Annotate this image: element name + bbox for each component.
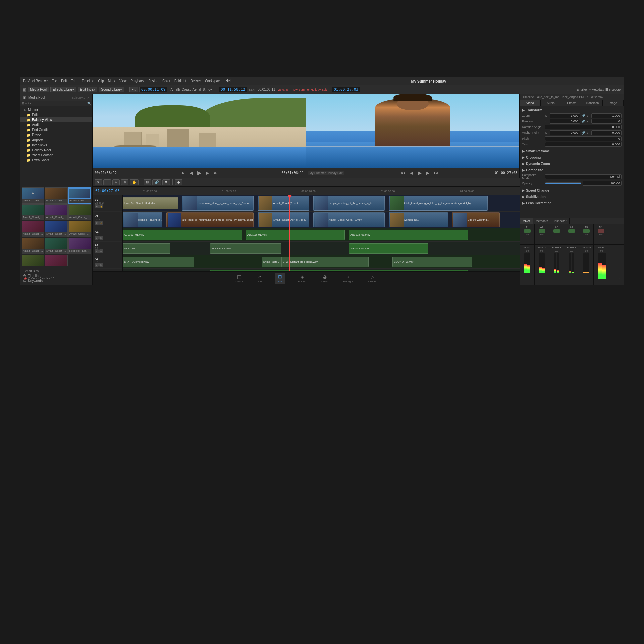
- grid-view-btn[interactable]: ⊞: [22, 102, 24, 105]
- menu-clip[interactable]: Clip: [98, 79, 104, 83]
- lens-correction-header[interactable]: ▶ Lens Correction: [522, 201, 622, 205]
- pos-x-value[interactable]: 0.000: [550, 119, 580, 124]
- dynamic-zoom-header[interactable]: ▶ Dynamic Zoom: [522, 162, 622, 166]
- tree-master[interactable]: ▶ Master: [20, 107, 92, 112]
- source-skip-back-btn[interactable]: ⏮: [179, 170, 186, 176]
- zoom-x-value[interactable]: 1.000: [550, 113, 580, 118]
- clip-ab0102-2[interactable]: AB0102_01.mov: [246, 230, 345, 240]
- prog-next-btn[interactable]: ▶: [425, 170, 431, 176]
- thumb-10[interactable]: Amalfi_Coast_T...: [22, 238, 44, 254]
- clip-amalfi-v2[interactable]: Amalfi_Coast_To ent...: [258, 196, 309, 210]
- clip-people-beach[interactable]: people_running_at_the_beach_in_b...: [313, 196, 385, 210]
- cropping-header[interactable]: ▶ Cropping: [522, 156, 622, 159]
- source-play-btn[interactable]: ▶: [196, 169, 203, 177]
- clip-forest[interactable]: thick_forest_along_a_lake_by_the_mountai…: [389, 196, 488, 210]
- stabilization-header[interactable]: ▶ Stabilization: [522, 195, 622, 199]
- thumb-12[interactable]: Redblock_Land...: [68, 238, 91, 254]
- clip-clip04[interactable]: Clip-04-wexr.trig...: [452, 212, 500, 227]
- clip-lower3rd[interactable]: lower 3rd Simple Underline: [123, 197, 178, 209]
- thumb-7[interactable]: Amalfi_Coast_T...: [22, 221, 44, 237]
- nav-color[interactable]: ◕ Color: [319, 273, 330, 284]
- nav-fairlight[interactable]: ♪ Fairlight: [340, 273, 355, 284]
- thumb-8[interactable]: Amalfi_Coast_T...: [45, 221, 67, 237]
- fit-button[interactable]: Fit: [129, 87, 138, 92]
- v1-lock-btn[interactable]: 🔒: [99, 221, 103, 225]
- menu-edit[interactable]: Edit: [61, 79, 67, 83]
- clip-sfx-je[interactable]: SFX - Je...: [123, 243, 170, 254]
- opacity-value[interactable]: 100.00: [583, 181, 622, 186]
- nav-media[interactable]: ◫ Media: [233, 273, 246, 284]
- menu-workspace[interactable]: Workspace: [205, 79, 222, 83]
- a1-s-btn[interactable]: S: [95, 236, 99, 240]
- a1-m-btn[interactable]: M: [99, 236, 103, 240]
- blade-tool-btn[interactable]: ✂: [112, 179, 120, 185]
- clip-redrock[interactable]: redRock_Talent_3_...: [123, 212, 162, 227]
- tree-balcony[interactable]: 📁 Balcony View: [20, 117, 92, 122]
- clip-amalfi7[interactable]: Amalfi_Coast_Aerial_7.mov: [258, 212, 309, 227]
- zoom-link-icon[interactable]: 🔗: [581, 114, 585, 118]
- yaw-value[interactable]: 0.000: [545, 142, 622, 147]
- tree-edits[interactable]: 📁 Edits: [20, 112, 92, 117]
- mixer-a2-eq[interactable]: [539, 229, 545, 233]
- prog-play-btn[interactable]: ▶: [416, 169, 423, 177]
- list-view-btn[interactable]: ≡: [25, 102, 27, 105]
- anchor-y-value[interactable]: 0.000: [591, 130, 622, 135]
- inspector-tab-effects[interactable]: Effects: [561, 100, 582, 106]
- clip-amalfi8[interactable]: Amalfi_Coast_Aerial_8.mov: [313, 212, 385, 227]
- menu-fusion[interactable]: Fusion: [148, 79, 158, 83]
- tree-extra[interactable]: 📁 Extra Shots: [20, 158, 92, 163]
- snap-btn[interactable]: ⊡: [144, 179, 151, 185]
- clip-woman[interactable]: woman_nb...: [389, 212, 448, 227]
- a3-m-btn[interactable]: M: [99, 263, 103, 267]
- thumb-11[interactable]: Amalfi_Coast_T...: [45, 238, 67, 254]
- a2-s-btn[interactable]: S: [95, 249, 99, 253]
- marker-btn[interactable]: ◆: [175, 179, 182, 185]
- flag-btn[interactable]: ⚑: [162, 179, 170, 185]
- mixer-a3-eq[interactable]: [553, 229, 560, 233]
- clip-sound-fx[interactable]: SOUND FX.wav: [210, 243, 281, 254]
- inspector-tab-image[interactable]: Image: [603, 100, 624, 106]
- menu-davinci[interactable]: DaVinci Resolve: [23, 79, 48, 83]
- composite-header[interactable]: ▶ Composite: [522, 168, 622, 172]
- mixer-a1-eq[interactable]: [524, 229, 531, 233]
- menu-file[interactable]: File: [52, 79, 57, 83]
- thumb-14[interactable]: Redblock_Land...: [45, 255, 67, 266]
- nav-deliver[interactable]: ▷ Deliver: [366, 273, 379, 284]
- menu-color[interactable]: Color: [162, 79, 170, 83]
- clip-sfx-overhead[interactable]: SFX - Overhead.wav: [123, 257, 194, 267]
- clip-ab0102-3[interactable]: AB0102_01.mov: [349, 230, 468, 240]
- edit-index-tab[interactable]: Edit Index: [78, 87, 97, 92]
- tree-interviews[interactable]: 📁 Interviews: [20, 143, 92, 148]
- thumb-5[interactable]: Amalfi_Coast_A...: [45, 204, 67, 220]
- zoom-in-btn[interactable]: +: [28, 102, 29, 105]
- clip-sfx-plane[interactable]: SFX - Distant prop plane.wav: [281, 257, 369, 267]
- thumb-13[interactable]: Redblock_Land...: [22, 255, 44, 266]
- prog-skip-fwd-btn[interactable]: ⏭: [433, 170, 439, 176]
- select-tool-btn[interactable]: ↖: [95, 179, 102, 185]
- a2-m-btn[interactable]: M: [99, 249, 103, 253]
- rotation-value[interactable]: 0.000: [545, 125, 622, 129]
- zoom-y-value[interactable]: 1.000: [591, 113, 622, 118]
- nav-cut[interactable]: ✂ Cut: [256, 273, 265, 284]
- thumb-2[interactable]: Amalfi_Coast_A...: [45, 187, 67, 204]
- mixer-a4-eq[interactable]: [568, 229, 575, 233]
- tree-audio[interactable]: 📁 Audio: [20, 122, 92, 127]
- mixer-tab-inspector[interactable]: Inspector: [551, 218, 570, 224]
- thumb-4[interactable]: Amalfi_Coast_X...: [22, 204, 44, 220]
- tree-end-credits[interactable]: 📁 End Credits: [20, 127, 92, 132]
- clip-lake[interactable]: lake_next_to_mountains_and_trees_aerial_…: [166, 212, 254, 227]
- nav-fusion[interactable]: ◈ Fusion: [295, 273, 309, 284]
- anchor-x-value[interactable]: 0.000: [550, 130, 580, 135]
- clip-aa0113[interactable]: AA0113_01.mov: [349, 243, 428, 254]
- source-next-frame-btn[interactable]: ▶: [205, 170, 210, 176]
- a3-s-btn[interactable]: S: [95, 263, 99, 267]
- menu-timeline[interactable]: Timeline: [82, 79, 94, 83]
- effects-library-tab[interactable]: Effects Library: [50, 87, 76, 92]
- source-prev-frame-btn[interactable]: ◀: [188, 170, 194, 176]
- pos-y-value[interactable]: 0: [591, 119, 622, 124]
- timeline-ruler[interactable]: 01:00:20:00 01:00:24:00 01:00:28:00 01:0…: [123, 187, 520, 195]
- anchor-link-icon[interactable]: 🔗: [581, 131, 585, 135]
- smart-reframe-header[interactable]: ▶ Smart Reframe: [522, 149, 622, 153]
- menu-mark[interactable]: Mark: [108, 79, 115, 83]
- prog-prev-btn[interactable]: ◀: [409, 170, 414, 176]
